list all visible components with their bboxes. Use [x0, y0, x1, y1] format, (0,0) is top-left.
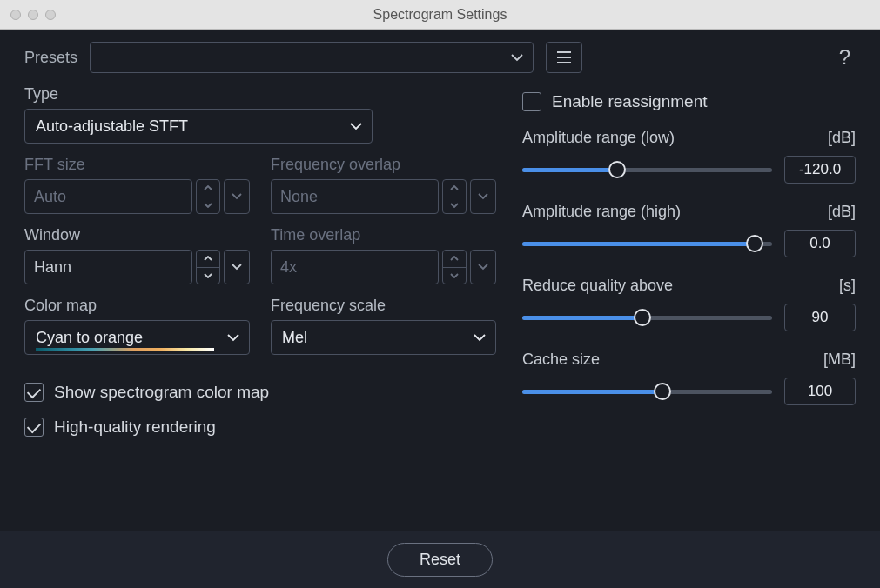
hq-rendering-label: High-quality rendering	[54, 418, 216, 437]
time-overlap-dropdown	[470, 250, 496, 284]
type-value: Auto-adjustable STFT	[36, 117, 188, 136]
window-value: Hann	[24, 250, 192, 284]
frequency-overlap-value: None	[271, 179, 439, 214]
presets-label: Presets	[24, 49, 77, 67]
time-overlap-value: 4x	[271, 250, 439, 284]
time-overlap-field: 4x	[271, 250, 496, 284]
caret-up-icon	[443, 180, 466, 197]
frequency-overlap-dropdown	[470, 179, 496, 214]
caret-down-icon	[443, 268, 466, 284]
cache-size-slider[interactable]	[522, 382, 772, 401]
cache-size-label: Cache size	[522, 351, 600, 369]
caret-down-icon	[443, 197, 466, 214]
frequency-overlap-label: Frequency overlap	[271, 156, 496, 174]
reduce-quality-value[interactable]: 90	[784, 304, 856, 331]
amp-low-label: Amplitude range (low)	[522, 129, 675, 147]
titlebar: Spectrogram Settings	[0, 0, 880, 30]
amp-low-slider[interactable]	[522, 160, 772, 179]
type-select[interactable]: Auto-adjustable STFT	[24, 109, 373, 144]
fft-size-value: Auto	[24, 179, 192, 214]
enable-reassignment-label: Enable reassignment	[552, 92, 708, 111]
chevron-down-icon	[226, 333, 240, 342]
color-map-label: Color map	[24, 297, 250, 315]
caret-up-icon	[197, 180, 219, 197]
color-map-gradient-preview	[36, 348, 214, 351]
amp-high-value[interactable]: 0.0	[784, 230, 856, 257]
show-color-map-label: Show spectrogram color map	[54, 383, 269, 402]
help-button[interactable]: ?	[839, 45, 856, 70]
time-overlap-label: Time overlap	[271, 226, 496, 244]
fft-size-label: FFT size	[24, 156, 250, 174]
amp-low-unit: [dB]	[828, 129, 856, 147]
fft-size-field: Auto	[24, 179, 250, 214]
frequency-overlap-stepper	[442, 179, 467, 214]
window-dropdown[interactable]	[224, 250, 250, 284]
caret-up-icon	[443, 251, 466, 268]
amp-high-unit: [dB]	[828, 203, 856, 221]
amp-low-value[interactable]: -120.0	[784, 156, 856, 184]
time-overlap-stepper	[442, 250, 467, 284]
amp-high-slider[interactable]	[522, 234, 772, 253]
amp-high-label: Amplitude range (high)	[522, 203, 681, 221]
fft-size-dropdown	[224, 179, 250, 214]
caret-down-icon	[197, 197, 219, 214]
enable-reassignment-checkbox[interactable]	[522, 92, 541, 111]
chevron-down-icon	[510, 53, 524, 62]
color-map-select[interactable]: Cyan to orange	[24, 320, 250, 355]
presets-select[interactable]	[90, 42, 534, 73]
reduce-quality-label: Reduce quality above	[522, 277, 673, 295]
footer-bar: Reset	[0, 531, 880, 588]
window-label: Window	[24, 226, 250, 244]
cache-size-value[interactable]: 100	[784, 378, 856, 405]
fft-size-stepper	[196, 179, 220, 214]
hq-rendering-checkbox[interactable]	[24, 418, 44, 437]
type-label: Type	[24, 85, 496, 104]
menu-icon	[555, 50, 573, 64]
caret-down-icon	[197, 268, 219, 284]
window-title: Spectrogram Settings	[0, 7, 880, 23]
reduce-quality-unit: [s]	[839, 277, 856, 295]
frequency-scale-label: Frequency scale	[271, 297, 496, 315]
reduce-quality-slider[interactable]	[522, 308, 772, 327]
window-stepper[interactable]	[196, 250, 220, 284]
window-field[interactable]: Hann	[24, 250, 250, 284]
cache-size-unit: [MB]	[823, 351, 856, 369]
frequency-scale-value: Mel	[282, 329, 307, 347]
show-color-map-checkbox[interactable]	[24, 383, 44, 402]
frequency-overlap-field: None	[271, 179, 496, 214]
frequency-scale-select[interactable]: Mel	[271, 320, 496, 355]
color-map-value: Cyan to orange	[36, 329, 143, 347]
reset-button[interactable]: Reset	[387, 543, 493, 577]
presets-menu-button[interactable]	[546, 42, 582, 73]
chevron-down-icon	[349, 122, 363, 130]
chevron-down-icon	[473, 333, 487, 342]
caret-up-icon	[197, 251, 219, 268]
